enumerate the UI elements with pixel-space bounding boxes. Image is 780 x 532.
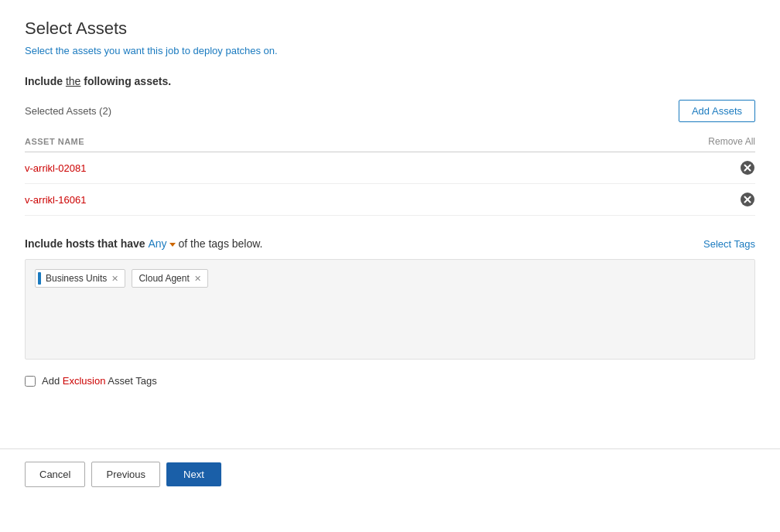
page-title: Select Assets [25, 19, 755, 39]
tags-section: Include hosts that have Any of the tags … [25, 237, 755, 360]
asset-name-column-header: ASSET NAME [25, 137, 84, 146]
table-header: ASSET NAME Remove All [25, 131, 755, 152]
exclusion-label: Add Exclusion Asset Tags [42, 375, 157, 387]
exclusion-checkbox[interactable] [25, 376, 36, 387]
tag-remove-business-units-icon[interactable]: ✕ [111, 275, 118, 283]
include-the: the [66, 75, 80, 87]
tag-indicator-icon [38, 272, 41, 285]
asset-name-2: v-arrikl-16061 [25, 194, 86, 206]
tags-box: Business Units ✕ Cloud Agent ✕ [25, 259, 755, 360]
select-tags-link[interactable]: Select Tags [703, 238, 755, 250]
assets-header: Selected Assets (2) Add Assets [25, 100, 755, 122]
remove-asset-1-icon[interactable] [740, 160, 755, 176]
tag-label-business-units: Business Units [46, 273, 107, 284]
dropdown-arrow-icon [169, 243, 176, 247]
cancel-button[interactable]: Cancel [25, 462, 85, 487]
selected-assets-count: Selected Assets (2) [25, 105, 111, 117]
remove-all-link[interactable]: Remove All [708, 136, 755, 147]
footer: Cancel Previous Next [0, 449, 780, 500]
tags-header-row: Include hosts that have Any of the tags … [25, 237, 755, 250]
next-button[interactable]: Next [166, 462, 221, 486]
table-row: v-arrikl-02081 [25, 152, 755, 184]
add-assets-button[interactable]: Add Assets [679, 100, 755, 122]
tag-chip-business-units: Business Units ✕ [35, 269, 125, 288]
tag-remove-cloud-agent-icon[interactable]: ✕ [194, 275, 201, 283]
tag-label-cloud-agent: Cloud Agent [139, 273, 189, 284]
table-row: v-arrikl-16061 [25, 184, 755, 216]
tag-chip-cloud-agent: Cloud Agent ✕ [132, 269, 207, 288]
tags-header-text: Include hosts that have Any of the tags … [25, 237, 262, 250]
asset-name-1: v-arrikl-02081 [25, 162, 86, 174]
previous-button[interactable]: Previous [91, 462, 160, 487]
exclusion-highlight: Exclusion [63, 375, 106, 387]
any-dropdown[interactable]: Any [148, 237, 178, 250]
page-subtitle: Select the assets you want this job to d… [25, 45, 755, 56]
of-tags-text: of the tags below. [179, 237, 263, 250]
exclusion-row: Add Exclusion Asset Tags [25, 375, 755, 387]
remove-asset-2-icon[interactable] [740, 192, 755, 207]
include-label: Include the following assets. [25, 75, 755, 87]
include-hosts-prefix: Include hosts that have [25, 237, 145, 250]
